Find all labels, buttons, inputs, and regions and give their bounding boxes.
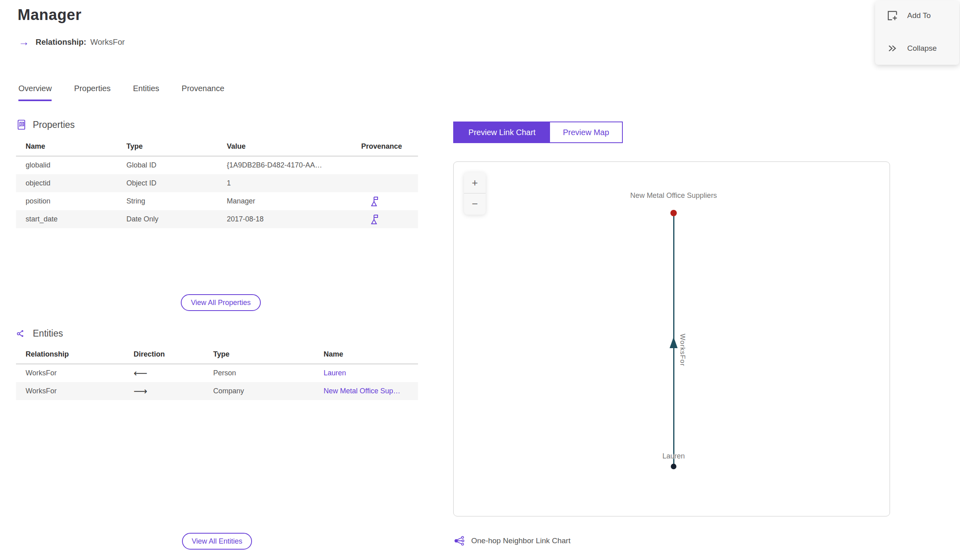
link-chart-preview[interactable]: + − New Metal Office Suppliers WorksFor … bbox=[453, 161, 890, 516]
prop-value: 1 bbox=[217, 179, 352, 187]
col-name: Name bbox=[16, 142, 117, 151]
view-all-entities-button[interactable]: View All Entities bbox=[182, 533, 252, 550]
col-value: Value bbox=[217, 142, 352, 151]
entity-name-link[interactable]: New Metal Office Sup… bbox=[324, 387, 400, 395]
properties-icon bbox=[16, 119, 27, 130]
entity-type: Person bbox=[204, 369, 314, 377]
entities-table-header: Relationship Direction Type Name bbox=[16, 350, 418, 364]
preview-map-button[interactable]: Preview Map bbox=[550, 122, 622, 142]
node-person[interactable] bbox=[671, 464, 676, 469]
col-relationship: Relationship bbox=[16, 350, 124, 359]
preview-link-chart-button[interactable]: Preview Link Chart bbox=[454, 122, 550, 142]
relationship-arrow-icon: → bbox=[18, 37, 29, 48]
tab-entities[interactable]: Entities bbox=[133, 84, 160, 101]
prop-type: Object ID bbox=[117, 179, 217, 187]
table-row: objectid Object ID 1 bbox=[16, 174, 418, 192]
link-chart-icon bbox=[453, 535, 465, 547]
one-hop-label: One-hop Neighbor Link Chart bbox=[471, 536, 570, 545]
prop-value: Manager bbox=[217, 197, 352, 205]
entity-relationship: WorksFor bbox=[16, 387, 124, 395]
table-row: start_date Date Only 2017-08-18 bbox=[16, 210, 418, 228]
prop-name: start_date bbox=[16, 215, 117, 223]
prop-type: Date Only bbox=[117, 215, 217, 223]
relationship-subtitle: → Relationship: WorksFor bbox=[18, 37, 125, 48]
entity-type: Company bbox=[204, 387, 314, 395]
prop-type: String bbox=[117, 197, 217, 205]
prop-type: Global ID bbox=[117, 161, 217, 169]
prop-provenance bbox=[352, 214, 418, 225]
entities-icon bbox=[16, 328, 27, 339]
col-type: Type bbox=[117, 142, 217, 151]
col-name: Name bbox=[314, 350, 418, 359]
prop-value: {1A9DB2B6-D482-4170-AA… bbox=[217, 161, 352, 169]
tab-provenance[interactable]: Provenance bbox=[182, 84, 224, 101]
prop-name: position bbox=[16, 197, 117, 205]
collapse-button[interactable]: Collapse bbox=[875, 38, 959, 58]
prop-value: 2017-08-18 bbox=[217, 215, 352, 223]
col-direction: Direction bbox=[124, 350, 204, 359]
entities-section-title: Entities bbox=[33, 328, 63, 339]
entity-name-link[interactable]: Lauren bbox=[324, 369, 346, 377]
add-to-button[interactable]: Add To bbox=[875, 6, 959, 26]
node-label-bottom: Lauren bbox=[662, 452, 685, 460]
tab-bar: Overview Properties Entities Provenance bbox=[18, 84, 224, 101]
properties-table-header: Name Type Value Provenance bbox=[16, 142, 418, 156]
col-provenance: Provenance bbox=[352, 142, 418, 151]
relationship-label: Relationship: bbox=[36, 38, 86, 47]
one-hop-caption: One-hop Neighbor Link Chart bbox=[453, 535, 570, 547]
table-row: globalid Global ID {1A9DB2B6-D482-4170-A… bbox=[16, 156, 418, 174]
properties-section-header: Properties bbox=[16, 119, 75, 130]
col-type: Type bbox=[204, 350, 314, 359]
properties-table: Name Type Value Provenance globalid Glob… bbox=[16, 142, 418, 228]
view-all-properties-button[interactable]: View All Properties bbox=[181, 294, 261, 311]
preview-toggle: Preview Link Chart Preview Map bbox=[453, 122, 623, 143]
zoom-out-button[interactable]: − bbox=[464, 193, 486, 214]
node-label-top: New Metal Office Suppliers bbox=[630, 191, 717, 200]
prop-name: globalid bbox=[16, 161, 117, 169]
entity-relationship: WorksFor bbox=[16, 369, 124, 377]
tab-properties[interactable]: Properties bbox=[74, 84, 110, 101]
provenance-flag-icon[interactable] bbox=[370, 196, 380, 207]
table-row: position String Manager bbox=[16, 192, 418, 210]
table-row: WorksFor ⟶ Company New Metal Office Sup… bbox=[16, 382, 418, 400]
entities-table: Relationship Direction Type Name WorksFo… bbox=[16, 350, 418, 400]
tab-overview[interactable]: Overview bbox=[18, 84, 52, 101]
action-panel: Add To Collapse bbox=[875, 1, 959, 65]
edge-arrow-up-icon bbox=[670, 337, 678, 348]
add-to-icon bbox=[886, 10, 898, 22]
page: Manager → Relationship: WorksFor Add To … bbox=[0, 0, 960, 560]
entity-direction-arrow: ⟵ bbox=[124, 368, 204, 379]
table-row: WorksFor ⟵ Person Lauren bbox=[16, 364, 418, 382]
edge-label: WorksFor bbox=[678, 334, 686, 366]
zoom-control: + − bbox=[464, 172, 486, 215]
node-company[interactable] bbox=[670, 210, 677, 216]
provenance-flag-icon[interactable] bbox=[370, 214, 380, 225]
chevrons-right-icon bbox=[886, 42, 898, 54]
entities-section-header: Entities bbox=[16, 328, 63, 339]
add-to-label: Add To bbox=[907, 11, 931, 20]
relationship-value: WorksFor bbox=[90, 38, 125, 47]
prop-provenance bbox=[352, 196, 418, 207]
entity-direction-arrow: ⟶ bbox=[124, 386, 204, 397]
zoom-in-button[interactable]: + bbox=[464, 172, 486, 193]
collapse-label: Collapse bbox=[907, 44, 937, 53]
properties-section-title: Properties bbox=[33, 120, 75, 130]
prop-name: objectid bbox=[16, 179, 117, 187]
page-title: Manager bbox=[18, 6, 82, 24]
